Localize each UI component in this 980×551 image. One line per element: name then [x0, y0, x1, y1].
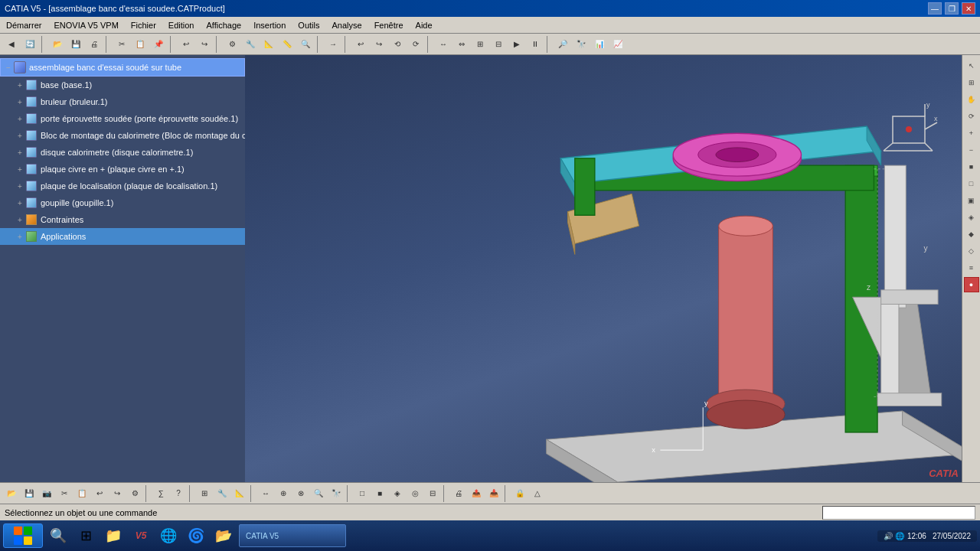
toolbar-t8[interactable]: ↪	[371, 36, 387, 53]
rtb-pan[interactable]: ✋	[964, 92, 979, 107]
tree-item-6[interactable]: + plaque de localisation (plaque de loca…	[0, 178, 245, 194]
tree-item-9[interactable]: + Applications	[0, 228, 245, 245]
toolbar-cut[interactable]: ✂	[113, 36, 130, 53]
btb-open[interactable]: 📂	[3, 485, 20, 502]
toolbar-t16[interactable]: ⏸	[527, 36, 544, 53]
tree-expand-6[interactable]: +	[15, 181, 24, 191]
tree-expand-5[interactable]: +	[15, 165, 24, 174]
toolbar-copy[interactable]: 📋	[132, 36, 149, 53]
toolbar-t17[interactable]: 🔎	[554, 36, 571, 53]
btb-t15[interactable]: 🔍	[310, 485, 327, 502]
btb-t7[interactable]: ∑	[152, 485, 169, 502]
btb-t8[interactable]: ?	[170, 485, 187, 502]
taskbar-catia-button[interactable]: CATIA V5	[239, 524, 346, 547]
toolbar-history[interactable]: 🔄	[21, 36, 38, 53]
btb-t11[interactable]: 📐	[231, 485, 248, 502]
toolbar-t18[interactable]: 🔭	[573, 36, 590, 53]
toolbar-t4[interactable]: 📏	[279, 36, 296, 53]
rtb-shading[interactable]: ◆	[964, 227, 979, 242]
toolbar-undo[interactable]: ↩	[178, 36, 194, 53]
tree-item-4[interactable]: + disque calorimetre (disque calorimetre…	[0, 144, 245, 161]
minimize-button[interactable]: —	[928, 2, 942, 15]
toolbar-t2[interactable]: 🔧	[242, 36, 259, 53]
tree-expand-3[interactable]: +	[15, 131, 24, 140]
toolbar-t13[interactable]: ⊞	[472, 36, 488, 53]
btb-t20[interactable]: ◎	[407, 485, 423, 502]
menu-enovia[interactable]: ENOVIA V5 VPM	[47, 19, 124, 31]
toolbar-t11[interactable]: ↔	[435, 36, 452, 53]
tree-expand-7[interactable]: +	[15, 198, 24, 207]
rtb-zoom-fit[interactable]: ⊞	[964, 75, 979, 90]
toolbar-t7[interactable]: ↩	[352, 36, 369, 53]
menu-analyse[interactable]: Analyse	[325, 19, 368, 31]
tree-item-7[interactable]: + goupille (goupille.1)	[0, 194, 245, 211]
btb-t2[interactable]: ✂	[56, 485, 73, 502]
tree-expand-root[interactable]: −	[4, 63, 13, 72]
3d-viewport[interactable]: x y z y	[245, 55, 962, 482]
toolbar-back[interactable]: ◀	[3, 36, 20, 53]
btb-t6[interactable]: ⚙	[126, 485, 143, 502]
btb-t17[interactable]: □	[354, 485, 371, 502]
btb-t3[interactable]: 📋	[74, 485, 90, 502]
toolbar-t20[interactable]: 📈	[609, 36, 626, 53]
toolbar-t1[interactable]: ⚙	[224, 36, 240, 53]
btb-t9[interactable]: ⊞	[196, 485, 213, 502]
menu-fenetre[interactable]: Fenêtre	[368, 19, 410, 31]
tree-root[interactable]: − assemblage banc d'essai soudé sur tube	[0, 58, 245, 77]
toolbar-t14[interactable]: ⊟	[490, 36, 507, 53]
tree-item-0[interactable]: + base (base.1)	[0, 77, 245, 93]
taskbar-explorer[interactable]: 📂	[211, 523, 236, 548]
toolbar-t15[interactable]: ▶	[508, 36, 525, 53]
menu-outils[interactable]: Outils	[292, 19, 325, 31]
tree-expand-2[interactable]: +	[15, 114, 24, 123]
taskbar-taskview[interactable]: ⊞	[74, 523, 98, 548]
toolbar-open[interactable]: 📂	[49, 36, 66, 53]
btb-t12[interactable]: ↔	[257, 485, 274, 502]
close-button[interactable]: ✕	[962, 2, 975, 15]
btb-t19[interactable]: ◈	[389, 485, 406, 502]
rtb-zoom-in[interactable]: +	[964, 126, 979, 141]
toolbar-print[interactable]: 🖨	[86, 36, 103, 53]
rtb-wireframe[interactable]: ◇	[964, 243, 979, 259]
menu-insertion[interactable]: Insertion	[247, 19, 292, 31]
tree-item-8[interactable]: + Contraintes	[0, 211, 245, 228]
toolbar-paste[interactable]: 📌	[150, 36, 167, 53]
toolbar-t5[interactable]: 🔍	[297, 36, 314, 53]
taskbar-edge[interactable]: 🌀	[184, 523, 208, 548]
rtb-zoom-out[interactable]: −	[964, 142, 979, 158]
tree-item-5[interactable]: + plaque civre en + (plaque civre en +.1…	[0, 161, 245, 178]
rtb-record[interactable]: ●	[964, 277, 979, 292]
rtb-view-top[interactable]: □	[964, 176, 979, 191]
taskbar-browser[interactable]: 🌐	[156, 523, 181, 548]
btb-t23[interactable]: 📤	[468, 485, 485, 502]
menu-edition[interactable]: Edition	[162, 19, 201, 31]
tree-expand-9[interactable]: +	[15, 232, 24, 241]
btb-t4[interactable]: ↩	[91, 485, 108, 502]
toolbar-t9[interactable]: ⟲	[389, 36, 406, 53]
btb-t22[interactable]: 🖨	[450, 485, 467, 502]
menu-demarrer[interactable]: Démarrer	[0, 19, 47, 31]
menu-fichier[interactable]: Fichier	[125, 19, 162, 31]
tree-expand-1[interactable]: +	[15, 97, 24, 106]
btb-t25[interactable]: 🔒	[511, 485, 528, 502]
taskbar-search[interactable]: 🔍	[46, 523, 70, 548]
toolbar-t10[interactable]: ⟳	[407, 36, 424, 53]
rtb-clipping[interactable]: ≡	[964, 260, 979, 276]
btb-t18[interactable]: ■	[371, 485, 388, 502]
rtb-view-front[interactable]: ■	[964, 159, 979, 174]
tree-expand-0[interactable]: +	[15, 80, 24, 90]
btb-t13[interactable]: ⊕	[275, 485, 292, 502]
btb-t16[interactable]: 🔭	[328, 485, 345, 502]
start-button[interactable]	[3, 523, 43, 548]
tree-item-1[interactable]: + bruleur (bruleur.1)	[0, 93, 245, 110]
restore-button[interactable]: ❐	[945, 2, 959, 15]
rtb-view-right[interactable]: ▣	[964, 193, 979, 208]
btb-t14[interactable]: ⊗	[292, 485, 309, 502]
btb-save[interactable]: 💾	[21, 485, 38, 502]
menu-affichage[interactable]: Affichage	[200, 19, 247, 31]
btb-t10[interactable]: 🔧	[214, 485, 230, 502]
toolbar-t19[interactable]: 📊	[591, 36, 608, 53]
rtb-view-iso[interactable]: ◈	[964, 210, 979, 225]
rtb-rotate[interactable]: ⟳	[964, 109, 979, 124]
btb-t5[interactable]: ↪	[109, 485, 126, 502]
